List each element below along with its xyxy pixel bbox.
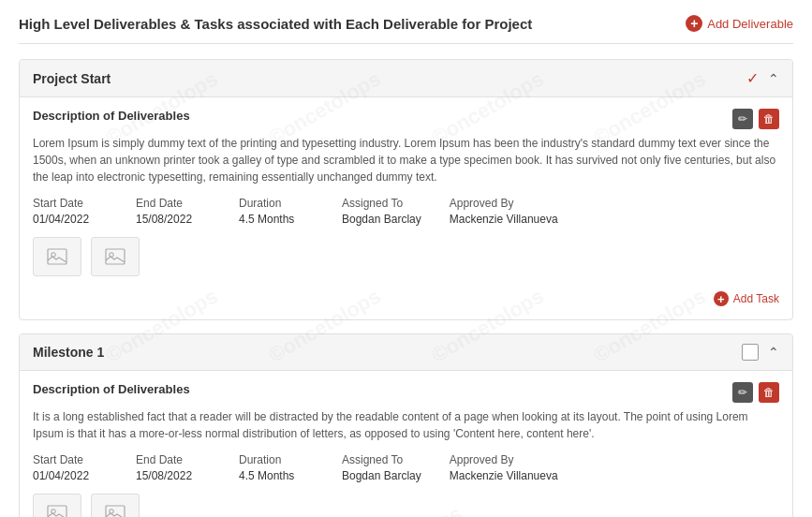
meta-assigned-value-0: Bogdan Barclay	[342, 213, 421, 226]
svg-rect-0	[48, 249, 66, 264]
check-icon: ✓	[746, 69, 759, 87]
svg-point-3	[110, 253, 113, 257]
delete-deliverable-button-0[interactable]: 🗑	[759, 109, 779, 129]
add-deliverable-button[interactable]: + Add Deliverable	[686, 15, 793, 32]
meta-row-1: Start Date 01/04/2022 End Date 15/08/202…	[33, 453, 779, 482]
desc-title-1: Description of Deliverables	[33, 382, 190, 396]
thumbnail-1-1	[33, 494, 81, 517]
section-header-project-start: Project Start ✓ ⌃	[20, 60, 792, 97]
meta-duration-1: Duration 4.5 Months	[239, 453, 314, 482]
delete-deliverable-button-1[interactable]: 🗑	[759, 382, 779, 403]
chevron-up-icon[interactable]: ⌃	[768, 71, 779, 86]
meta-assigned-label-1: Assigned To	[342, 453, 421, 466]
meta-duration-value-0: 4.5 Months	[239, 213, 314, 226]
desc-actions-0: ✏ 🗑	[732, 109, 779, 129]
thumbnails-row-0	[33, 237, 779, 276]
meta-start-date-value-1: 01/04/2022	[33, 469, 108, 482]
add-task-button-0[interactable]: + Add Task	[714, 291, 779, 306]
page-header: High Level Deliverables & Tasks associat…	[19, 15, 793, 44]
thumbnail-0-2	[91, 237, 140, 276]
meta-approved-value-0: Mackenzie Villanueva	[450, 213, 558, 226]
desc-actions-1: ✏ 🗑	[732, 382, 779, 403]
page-title: High Level Deliverables & Tasks associat…	[19, 16, 532, 32]
section-title-project-start: Project Start	[33, 71, 111, 86]
add-deliverable-label: Add Deliverable	[707, 17, 793, 31]
section-project-start: Project Start ✓ ⌃ Description of Deliver…	[19, 59, 793, 320]
meta-end-date-value-1: 15/08/2022	[136, 469, 211, 482]
edit-deliverable-button-1[interactable]: ✏	[732, 382, 753, 403]
svg-point-7	[110, 510, 113, 513]
svg-point-5	[52, 510, 55, 513]
meta-duration-label-1: Duration	[239, 453, 314, 466]
meta-start-date-label-0: Start Date	[33, 197, 108, 210]
page-container: ©oncetolops ©oncetolops ©oncetolops ©onc…	[0, 0, 812, 517]
meta-start-date-label-1: Start Date	[33, 453, 108, 466]
section-header-actions-milestone-1: ⌃	[742, 344, 779, 361]
desc-header-1: Description of Deliverables ✏ 🗑	[33, 382, 779, 403]
desc-title-0: Description of Deliverables	[33, 109, 190, 123]
thumbnail-1-2	[91, 494, 140, 517]
section-title-milestone-1: Milestone 1	[33, 345, 104, 360]
edit-deliverable-button-0[interactable]: ✏	[732, 109, 753, 129]
desc-text-0: Lorem Ipsum is simply dummy text of the …	[33, 135, 779, 185]
meta-end-date-1: End Date 15/08/2022	[136, 453, 211, 482]
meta-duration-label-0: Duration	[239, 197, 314, 210]
meta-approved-label-0: Approved By	[450, 197, 558, 210]
meta-duration-value-1: 4.5 Months	[239, 469, 314, 482]
thumbnails-row-1	[33, 494, 779, 517]
add-task-label-0: Add Task	[733, 292, 779, 305]
section-body-project-start: Description of Deliverables ✏ 🗑 Lorem Ip…	[20, 97, 792, 319]
meta-approved-1: Approved By Mackenzie Villanueva	[450, 453, 558, 482]
svg-rect-2	[106, 249, 125, 264]
add-deliverable-icon: +	[686, 15, 702, 32]
meta-row-0: Start Date 01/04/2022 End Date 15/08/202…	[33, 197, 779, 226]
svg-point-1	[52, 253, 55, 257]
section-header-actions-project-start: ✓ ⌃	[746, 69, 779, 87]
add-task-row-0: + Add Task	[33, 286, 779, 308]
desc-text-1: It is a long established fact that a rea…	[33, 408, 779, 442]
section-milestone-1: Milestone 1 ⌃ Description of Deliverable…	[19, 333, 793, 517]
meta-approved-0: Approved By Mackenzie Villanueva	[450, 197, 558, 226]
section-checkbox-milestone-1[interactable]	[742, 344, 759, 361]
meta-assigned-0: Assigned To Bogdan Barclay	[342, 197, 421, 226]
desc-header-0: Description of Deliverables ✏ 🗑	[33, 109, 779, 129]
meta-approved-value-1: Mackenzie Villanueva	[450, 469, 558, 482]
section-header-milestone-1: Milestone 1 ⌃	[20, 334, 792, 371]
thumbnail-0-1	[33, 237, 81, 276]
meta-assigned-value-1: Bogdan Barclay	[342, 469, 421, 482]
meta-start-date-0: Start Date 01/04/2022	[33, 197, 108, 226]
chevron-up-icon-1[interactable]: ⌃	[768, 345, 779, 360]
section-body-milestone-1: Description of Deliverables ✏ 🗑 It is a …	[20, 371, 792, 517]
meta-end-date-0: End Date 15/08/2022	[136, 197, 211, 226]
meta-assigned-1: Assigned To Bogdan Barclay	[342, 453, 421, 482]
meta-duration-0: Duration 4.5 Months	[239, 197, 314, 226]
meta-end-date-label-0: End Date	[136, 197, 211, 210]
meta-approved-label-1: Approved By	[450, 453, 558, 466]
meta-start-date-value-0: 01/04/2022	[33, 213, 108, 226]
meta-end-date-value-0: 15/08/2022	[136, 213, 211, 226]
meta-end-date-label-1: End Date	[136, 453, 211, 466]
add-task-icon-0: +	[714, 291, 729, 306]
meta-assigned-label-0: Assigned To	[342, 197, 421, 210]
meta-start-date-1: Start Date 01/04/2022	[33, 453, 108, 482]
